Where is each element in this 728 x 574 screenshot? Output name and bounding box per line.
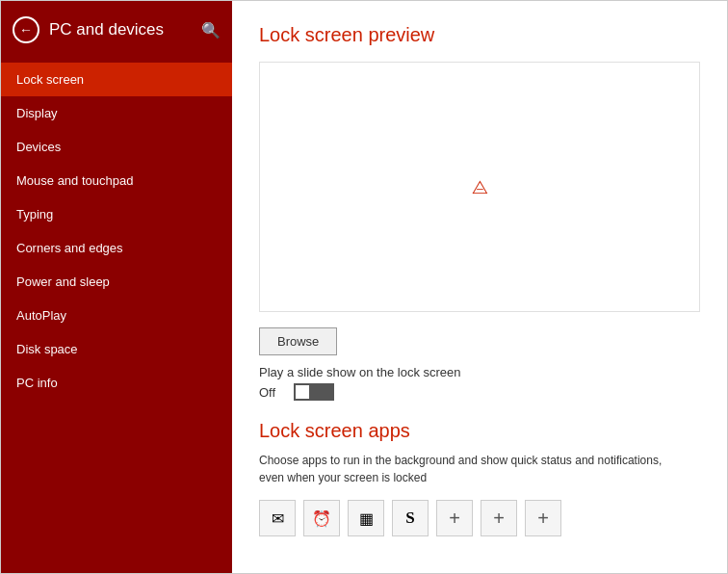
loading-icon: ⨺ [472,176,488,198]
slideshow-row: Play a slide show on the lock screen [259,365,700,379]
sidebar-nav: Lock screenDisplayDevicesMouse and touch… [1,63,232,400]
toggle-state-label: Off [259,385,286,400]
toggle-knob [296,385,309,399]
lock-apps-description: Choose apps to run in the background and… [259,452,663,486]
back-button[interactable]: ← [13,16,39,43]
add-app-button-3[interactable]: + [525,500,561,536]
sidebar-item-lock-screen[interactable]: Lock screen [1,63,232,96]
sidebar-item-pc-info[interactable]: PC info [1,366,232,400]
lock-screen-preview: ⨺ [259,62,700,312]
sidebar-item-mouse-touchpad[interactable]: Mouse and touchpad [1,164,232,197]
sidebar-item-power-sleep[interactable]: Power and sleep [1,265,232,299]
add-app-button-2[interactable]: + [481,500,517,536]
toggle-switch[interactable] [294,383,334,401]
sidebar-item-disk-space[interactable]: Disk space [1,332,232,366]
app-icon-calendar[interactable]: ▦ [348,500,384,536]
sidebar-item-autoplay[interactable]: AutoPlay [1,299,232,332]
back-arrow-icon: ← [19,23,33,37]
slideshow-label: Play a slide show on the lock screen [259,365,461,379]
browse-button[interactable]: Browse [259,327,337,355]
sidebar-item-devices[interactable]: Devices [1,130,232,164]
sidebar-item-display[interactable]: Display [1,96,232,130]
lock-apps-title: Lock screen apps [259,420,700,442]
app-icons-row: ✉ ⏰ ▦ S + + + [259,500,700,536]
add-app-button-1[interactable]: + [436,500,473,536]
sidebar: ← PC and devices 🔍 Lock screenDisplayDev… [1,1,232,574]
main-content: Lock screen preview ⨺ Browse Play a slid… [232,1,727,574]
toggle-row: Off [259,383,700,401]
sidebar-item-typing[interactable]: Typing [1,197,232,231]
skype-icon: S [405,509,414,528]
alarm-icon: ⏰ [312,509,331,528]
sidebar-header: ← PC and devices 🔍 [1,1,232,59]
app-icon-skype[interactable]: S [392,500,429,536]
search-icon[interactable]: 🔍 [201,21,221,39]
calendar-icon: ▦ [359,509,374,528]
sidebar-title: PC and devices [49,20,192,39]
app-icon-alarm[interactable]: ⏰ [303,500,340,536]
sidebar-item-corners-edges[interactable]: Corners and edges [1,231,232,265]
mail-icon: ✉ [272,509,284,528]
app-icon-mail[interactable]: ✉ [259,500,296,536]
preview-title: Lock screen preview [259,24,700,46]
